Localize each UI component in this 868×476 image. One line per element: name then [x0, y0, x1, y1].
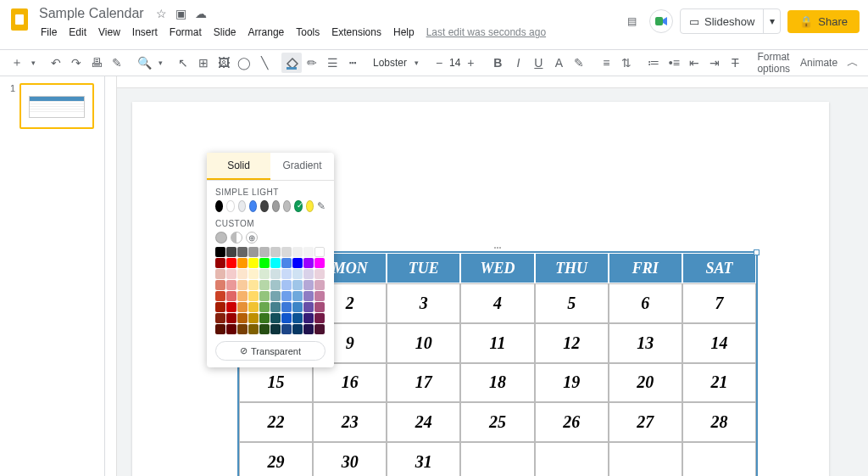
theme-swatch[interactable]	[226, 200, 234, 212]
palette-swatch[interactable]	[248, 324, 259, 334]
palette-swatch[interactable]	[281, 258, 292, 268]
palette-swatch[interactable]	[270, 302, 281, 312]
palette-swatch[interactable]	[248, 313, 259, 323]
theme-swatch[interactable]	[249, 200, 257, 212]
calendar-cell[interactable]: 14	[682, 323, 756, 363]
palette-swatch[interactable]	[292, 247, 303, 257]
calendar-cell[interactable]: 11	[460, 323, 534, 363]
star-icon[interactable]: ☆	[156, 7, 167, 20]
palette-swatch[interactable]	[248, 269, 259, 279]
print-button[interactable]: 🖶	[86, 53, 107, 73]
calendar-cell[interactable]: 10	[387, 323, 460, 363]
palette-swatch[interactable]	[314, 313, 325, 323]
palette-swatch[interactable]	[270, 313, 281, 323]
calendar-cell[interactable]: 12	[535, 323, 609, 363]
palette-swatch[interactable]	[215, 280, 225, 290]
calendar-cell[interactable]: 23	[313, 402, 387, 442]
palette-swatch[interactable]	[215, 291, 225, 301]
theme-swatch[interactable]	[283, 200, 291, 212]
palette-swatch[interactable]	[237, 258, 248, 268]
palette-swatch[interactable]	[248, 280, 259, 290]
slideshow-dropdown[interactable]: ▾	[763, 9, 780, 33]
animate-button[interactable]: Animate	[795, 57, 843, 69]
palette-swatch[interactable]	[270, 280, 281, 290]
palette-swatch[interactable]	[259, 302, 270, 312]
meet-icon[interactable]	[649, 9, 673, 33]
move-icon[interactable]: ▣	[175, 7, 186, 20]
document-title[interactable]: Sample Calendar	[36, 5, 147, 22]
palette-swatch[interactable]	[259, 247, 270, 257]
palette-swatch[interactable]	[303, 324, 314, 334]
menu-view[interactable]: View	[93, 24, 125, 41]
text-color-button[interactable]: A	[548, 53, 569, 73]
image-tool[interactable]: 🖼	[214, 53, 234, 73]
calendar-cell[interactable]: 13	[609, 323, 682, 363]
share-button[interactable]: 🔒Share	[787, 10, 860, 33]
zoom-button[interactable]: 🔍	[134, 53, 154, 73]
border-weight-button[interactable]: ☰	[322, 53, 342, 73]
menu-file[interactable]: File	[36, 24, 62, 41]
slideshow-button[interactable]: ▭Slideshow ▾	[680, 8, 781, 34]
calendar-header-cell[interactable]: SAT	[682, 253, 756, 283]
menu-format[interactable]: Format	[164, 24, 207, 41]
palette-swatch[interactable]	[259, 291, 270, 301]
calendar-cell[interactable]: 27	[609, 402, 682, 442]
resize-handle-ne[interactable]	[754, 249, 760, 255]
palette-swatch[interactable]	[237, 302, 248, 312]
palette-swatch[interactable]	[292, 302, 303, 312]
increase-indent-button[interactable]: ⇥	[704, 53, 725, 73]
palette-swatch[interactable]	[270, 269, 281, 279]
calendar-cell[interactable]: 26	[535, 402, 609, 442]
palette-swatch[interactable]	[303, 258, 314, 268]
calendar-cell[interactable]: 31	[387, 442, 460, 476]
calendar-cell[interactable]	[535, 442, 609, 476]
line-tool[interactable]: ╲	[254, 53, 275, 73]
paint-format-button[interactable]: ✎	[107, 53, 127, 73]
palette-swatch[interactable]	[281, 302, 292, 312]
palette-swatch[interactable]	[226, 258, 236, 268]
undo-button[interactable]: ↶	[46, 53, 66, 73]
palette-swatch[interactable]	[292, 324, 303, 334]
fill-color-button[interactable]	[281, 53, 302, 73]
calendar-cell[interactable]: 18	[460, 363, 534, 403]
palette-swatch[interactable]	[303, 302, 314, 312]
palette-swatch[interactable]	[281, 280, 292, 290]
menu-help[interactable]: Help	[388, 24, 420, 41]
calendar-cell[interactable]: 29	[239, 442, 313, 476]
slide-thumbnail-1[interactable]	[19, 83, 94, 129]
palette-swatch[interactable]	[281, 324, 292, 334]
menu-tools[interactable]: Tools	[291, 24, 325, 41]
drag-handle-top[interactable]	[489, 246, 506, 249]
palette-swatch[interactable]	[215, 324, 225, 334]
increase-font-button[interactable]: +	[460, 53, 481, 73]
font-size-input[interactable]: 14	[449, 57, 460, 69]
bulleted-list-button[interactable]: •≡	[664, 53, 684, 73]
menu-extensions[interactable]: Extensions	[326, 24, 387, 41]
palette-swatch[interactable]	[314, 280, 325, 290]
add-custom-color-button[interactable]: ⊕	[246, 232, 258, 244]
palette-swatch[interactable]	[303, 313, 314, 323]
palette-swatch[interactable]	[270, 291, 281, 301]
palette-swatch[interactable]	[215, 302, 225, 312]
calendar-cell[interactable]: 24	[387, 402, 460, 442]
eyedropper-icon[interactable]: ✎	[317, 200, 326, 212]
highlight-button[interactable]: ✎	[569, 53, 589, 73]
bold-button[interactable]: B	[487, 53, 508, 73]
palette-swatch[interactable]	[215, 269, 225, 279]
palette-swatch[interactable]	[259, 324, 270, 334]
redo-button[interactable]: ↷	[66, 53, 86, 73]
calendar-cell[interactable]: 21	[682, 363, 756, 403]
calendar-cell[interactable]: 30	[313, 442, 387, 476]
palette-swatch[interactable]	[292, 269, 303, 279]
calendar-cell[interactable]	[609, 442, 682, 476]
numbered-list-button[interactable]: ≔	[643, 53, 664, 73]
tab-solid[interactable]: Solid	[207, 153, 270, 180]
font-select[interactable]: Lobster	[370, 57, 410, 69]
theme-swatch[interactable]	[260, 200, 268, 212]
menu-insert[interactable]: Insert	[127, 24, 163, 41]
theme-swatch[interactable]	[272, 200, 280, 212]
palette-swatch[interactable]	[237, 269, 248, 279]
palette-swatch[interactable]	[248, 291, 259, 301]
palette-swatch[interactable]	[259, 280, 270, 290]
transparent-button[interactable]: ⊘ Transparent	[215, 341, 326, 361]
